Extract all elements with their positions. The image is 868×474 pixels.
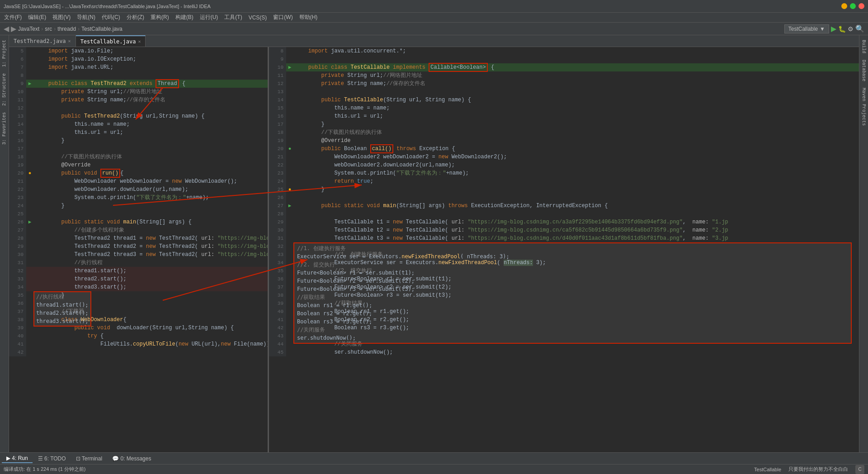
breadcrumb-file[interactable]: TestCallable.java bbox=[81, 26, 123, 32]
menu-item-refactor[interactable]: 重构(R) bbox=[147, 13, 172, 22]
code-line-14: 14 this.name = name; bbox=[9, 120, 268, 128]
code-line-18: 18 //下载图片线程的执行体 bbox=[9, 153, 268, 161]
back-button[interactable]: ◀ bbox=[4, 24, 9, 33]
rc-line-27: 27 ▶ public static void main(String[] ar… bbox=[269, 202, 859, 210]
app: JavaSE [G:\Java\JavaSE] - ...\JavaText\s… bbox=[0, 0, 868, 474]
menu-item-help[interactable]: 帮助(H) bbox=[296, 13, 321, 22]
rc-line-44: 44 //关闭服务 bbox=[269, 340, 859, 348]
rc-line-32: 32 bbox=[269, 242, 859, 251]
menu-item-nav[interactable]: 导航(N) bbox=[74, 13, 99, 22]
rc-line-33: 33 //1. 创建执行服务 bbox=[269, 251, 859, 259]
menu-item-window[interactable]: 窗口(W) bbox=[270, 13, 296, 22]
rc-line-14: 14 public TestCallable(String url, Strin… bbox=[269, 96, 859, 104]
menu-bar: 文件(F) 编辑(E) 视图(V) 导航(N) 代码(C) 分析(Z) 重构(R… bbox=[0, 13, 868, 23]
split-editors: 5 import java.io.File; 6 import java.io.… bbox=[9, 47, 859, 452]
menu-item-vcs[interactable]: VCS(S) bbox=[245, 14, 270, 22]
bottom-tab-terminal[interactable]: ⊡ Terminal bbox=[71, 455, 107, 463]
rc-line-11: 11 private String url;//网络图片地址 bbox=[269, 71, 859, 80]
rc-line-45: 45 ser.shutdownNow(); bbox=[269, 348, 859, 356]
code-line-21: 21 WebDownloader webDownloader = new Web… bbox=[9, 177, 268, 185]
rc-line-29: 29 TestCallable t1 = new TestCallable( u… bbox=[269, 218, 859, 226]
right-code-scroll[interactable]: 8 import java.util.concurrent.*; 9 bbox=[269, 47, 859, 452]
code-line-22: 22 webDownloader.downLoader(url,name); bbox=[9, 185, 268, 194]
maximize-button[interactable] bbox=[850, 3, 856, 9]
rc-line-31: 31 TestCallable t3 = new TestCallable( u… bbox=[269, 234, 859, 242]
sidebar-tab-structure[interactable]: 2: Structure bbox=[0, 71, 8, 109]
title-bar: JavaSE [G:\Java\JavaSE] - ...\JavaText\s… bbox=[0, 0, 868, 13]
rc-line-42: 42 Boolean rs3 = r3.get(); bbox=[269, 324, 859, 332]
tab-testcallable-label: TestCallable.java bbox=[80, 38, 136, 45]
rc-line-40: 40 Boolean rs1 = r1.get(); bbox=[269, 308, 859, 316]
rc-line-23: 23 System.out.println("下载了文件名为："+name); bbox=[269, 169, 859, 177]
search-everywhere-button[interactable]: 🔍 bbox=[855, 24, 864, 33]
code-line-5: 5 import java.io.File; bbox=[9, 47, 268, 55]
code-line-13: 13 public TestThread2(String url,String … bbox=[9, 112, 268, 120]
tab-testcallable[interactable]: TestCallable.java ✕ bbox=[76, 35, 146, 47]
forward-button[interactable]: ▶ bbox=[11, 24, 16, 33]
menu-item-code[interactable]: 代码(C) bbox=[99, 13, 123, 22]
rc-line-17: 17 } bbox=[269, 120, 859, 128]
rc-line-37: 37 Future<Boolean> r2 = ser.submit(t2); bbox=[269, 283, 859, 291]
code-line-41: 41 FileUtils.copyURLToFile(new URL(url),… bbox=[9, 340, 268, 348]
run-button[interactable]: ▶ bbox=[831, 24, 836, 33]
menu-item-analyze[interactable]: 分析(Z) bbox=[123, 13, 147, 22]
rc-line-38: 38 Future<Boolean> r3 = ser.submit(t3); bbox=[269, 291, 859, 299]
sidebar-tab-favorites[interactable]: 3: Favorites bbox=[0, 109, 8, 147]
menu-item-edit[interactable]: 编辑(E) bbox=[25, 13, 49, 22]
chevron-down-icon: ▼ bbox=[820, 26, 825, 32]
rc-line-15: 15 this.name = name; bbox=[269, 104, 859, 112]
code-line-15: 15 this.url = url; bbox=[9, 128, 268, 137]
menu-item-view[interactable]: 视图(V) bbox=[49, 13, 74, 22]
minimize-button[interactable] bbox=[841, 3, 847, 9]
right-tab-database[interactable]: Database bbox=[860, 57, 868, 84]
code-line-12: 12 bbox=[9, 104, 268, 112]
menu-item-tools[interactable]: 工具(T) bbox=[221, 13, 245, 22]
close-button[interactable] bbox=[859, 3, 864, 9]
tab-testthread2-label: TestThread2.java bbox=[14, 38, 66, 44]
rc-line-36: 36 Future<Boolean> r1 = ser.submit(t1); bbox=[269, 275, 859, 283]
rc-line-24: 24 return true; bbox=[269, 177, 859, 185]
right-tab-maven[interactable]: Maven Projects bbox=[860, 85, 868, 128]
code-line-38: 38 class WebDownloader{ bbox=[9, 316, 268, 324]
code-line-27: 27 //创建多个线程对象 bbox=[9, 226, 268, 234]
menu-item-run[interactable]: 运行(U) bbox=[197, 13, 222, 22]
rc-line-43: 43 bbox=[269, 332, 859, 340]
tab-testthread2[interactable]: TestThread2.java ✕ bbox=[9, 35, 76, 47]
code-line-30: 30 TestThread2 thread3 = new TestThread2… bbox=[9, 251, 268, 259]
left-code-scroll[interactable]: 5 import java.io.File; 6 import java.io.… bbox=[9, 47, 268, 452]
code-line-10: 10 private String url;//网络图片地址 bbox=[9, 88, 268, 96]
code-line-26: 26 ▶ public static void main(String[] ar… bbox=[9, 218, 268, 226]
right-code-panel: 8 import java.util.concurrent.*; 9 bbox=[269, 47, 859, 452]
rc-line-35: 35 //2. 提交执行 bbox=[269, 267, 859, 275]
rc-line-39: 39 //获取结果 bbox=[269, 299, 859, 308]
bottom-tab-run[interactable]: ▶ 4: Run bbox=[2, 454, 33, 463]
rc-line-28: 28 bbox=[269, 210, 859, 218]
status-right-text: 只要我付出的努力不全白白 bbox=[788, 466, 848, 473]
build-button[interactable]: ⚙ bbox=[848, 25, 854, 33]
run-config-selector[interactable]: TestCallable ▼ bbox=[784, 24, 829, 33]
right-tab-build[interactable]: Build bbox=[860, 37, 868, 56]
tab-testcallable-close[interactable]: ✕ bbox=[138, 39, 141, 44]
toolbar: ◀ ▶ JavaText › src › threadd › TestCalla… bbox=[0, 23, 868, 35]
menu-item-build[interactable]: 构建(B) bbox=[172, 13, 197, 22]
code-line-35: 35 } bbox=[9, 291, 268, 299]
bottom-tab-todo[interactable]: ☰ 6: TODO bbox=[33, 455, 71, 463]
sidebar-tab-project[interactable]: 1: Project bbox=[0, 37, 8, 70]
code-line-6: 6 import java.io.IOException; bbox=[9, 55, 268, 63]
tab-testthread2-close[interactable]: ✕ bbox=[68, 38, 71, 43]
left-sidebar: 1: Project 2: Structure 3: Favorites bbox=[0, 35, 9, 452]
rc-line-25: 25 ● } bbox=[269, 185, 859, 194]
bottom-tab-bar: ▶ 4: Run ☰ 6: TODO ⊡ Terminal 💬 0: Messa… bbox=[0, 452, 868, 464]
rc-line-19: 19 @Override bbox=[269, 137, 859, 145]
bottom-tab-messages[interactable]: 💬 0: Messages bbox=[108, 455, 156, 463]
code-line-11: 11 private String name;//保存的文件名 bbox=[9, 96, 268, 104]
breadcrumb-src[interactable]: src bbox=[45, 26, 52, 32]
code-line-25: 25 bbox=[9, 210, 268, 218]
rc-line-30: 30 TestCallable t2 = new TestCallable( u… bbox=[269, 226, 859, 234]
menu-item-file[interactable]: 文件(F) bbox=[1, 13, 25, 22]
debug-button[interactable]: 🐛 bbox=[838, 25, 846, 33]
breadcrumb-threadd[interactable]: threadd bbox=[57, 26, 76, 32]
code-line-8: 8 bbox=[9, 71, 268, 80]
breadcrumb: JavaText bbox=[18, 26, 39, 32]
code-line-32: 32 thread1.start(); bbox=[9, 267, 268, 275]
